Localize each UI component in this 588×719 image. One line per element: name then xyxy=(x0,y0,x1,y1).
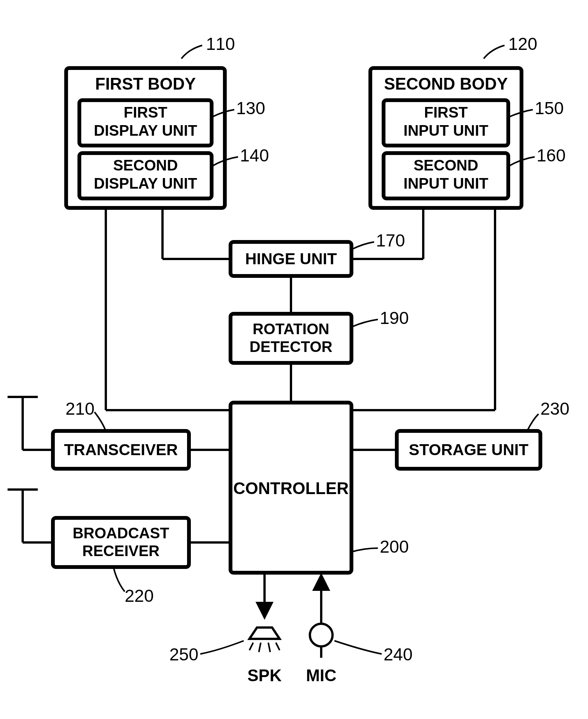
controller-label: CONTROLLER xyxy=(233,479,349,497)
svg-point-27 xyxy=(310,624,333,646)
block-diagram: FIRST BODY FIRST DISPLAY UNIT SECOND DIS… xyxy=(0,0,588,719)
ref-200: 200 xyxy=(380,537,409,556)
ref-240: 240 xyxy=(384,645,413,664)
ref-160: 160 xyxy=(537,146,566,165)
second-display-line2: DISPLAY UNIT xyxy=(94,175,197,192)
broadcast-l2: RECEIVER xyxy=(82,542,160,559)
ref-250: 250 xyxy=(169,645,198,664)
transceiver-label: TRANSCEIVER xyxy=(64,441,178,459)
mic-icon xyxy=(310,576,333,658)
ref-130: 130 xyxy=(236,98,265,118)
second-input-l1: SECOND xyxy=(413,157,478,174)
ref-190: 190 xyxy=(380,308,409,328)
first-body-title: FIRST BODY xyxy=(95,74,196,93)
svg-line-24 xyxy=(268,643,270,652)
spk-label: SPK xyxy=(248,666,282,685)
ref-230: 230 xyxy=(540,399,569,418)
speaker-icon xyxy=(249,573,280,652)
ref-150: 150 xyxy=(535,98,564,118)
ref-140: 140 xyxy=(240,146,269,165)
broadcast-l1: BROADCAST xyxy=(73,525,169,541)
second-display-line1: SECOND xyxy=(113,157,178,174)
svg-line-25 xyxy=(276,643,280,650)
mic-label: MIC xyxy=(306,666,337,685)
svg-line-22 xyxy=(249,643,253,650)
first-display-line1: FIRST xyxy=(124,104,167,121)
storage-label: STORAGE UNIT xyxy=(409,441,529,459)
svg-line-23 xyxy=(259,643,261,652)
first-input-l1: FIRST xyxy=(424,104,468,121)
rotation-l2: DETECTOR xyxy=(249,338,332,355)
ref-120: 120 xyxy=(508,34,537,54)
second-input-l2: INPUT UNIT xyxy=(404,175,488,192)
ref-210: 210 xyxy=(65,399,94,418)
hinge-label: HINGE UNIT xyxy=(245,250,337,268)
ref-220: 220 xyxy=(125,586,154,606)
first-input-l2: INPUT UNIT xyxy=(404,122,488,139)
first-body-block: FIRST BODY FIRST DISPLAY UNIT SECOND DIS… xyxy=(66,68,225,208)
ref-110: 110 xyxy=(206,34,235,54)
second-body-block: SECOND BODY FIRST INPUT UNIT SECOND INPU… xyxy=(370,68,521,208)
second-body-title: SECOND BODY xyxy=(384,74,508,93)
rotation-l1: ROTATION xyxy=(253,321,330,337)
ref-170: 170 xyxy=(376,231,405,250)
first-display-line2: DISPLAY UNIT xyxy=(94,122,197,139)
